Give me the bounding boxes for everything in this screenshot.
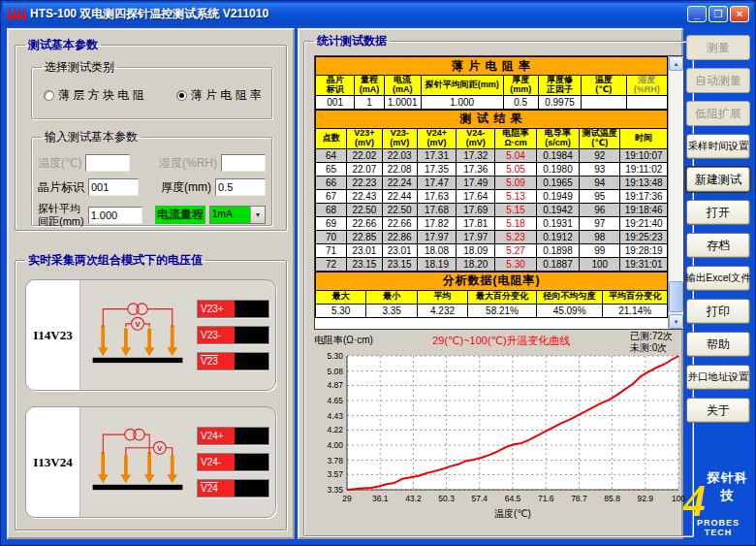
table-row[interactable]: 7123.0123.0118.0818.095.270.18989919:28:… (316, 243, 668, 257)
table-cell: 23.15 (347, 257, 382, 271)
voltage-display-v24m: V24- (197, 453, 269, 471)
table-row[interactable]: 6422.0222.0317.3117.325.040.19849219:10:… (316, 148, 668, 162)
table-cell: 22.85 (347, 230, 382, 243)
window-title: HTS-100 双电测四探针温控测试系统 V211010 (30, 6, 683, 22)
table-row[interactable]: 6622.2322.2417.4717.495.090.19659419:13:… (316, 176, 668, 189)
table-cell: 22.66 (347, 216, 382, 230)
svg-text:36.1: 36.1 (372, 494, 389, 503)
column-header: V24- (mV) (457, 128, 495, 148)
table-row[interactable]: 7022.8522.8617.9717.975.230.19129819:25:… (316, 230, 668, 243)
measure-button[interactable]: 测量 (686, 35, 750, 60)
table-row[interactable]: 00111.00011.0000.50.9975 (316, 95, 668, 109)
help-button[interactable]: 帮助 (686, 332, 750, 357)
table-cell: 69 (316, 216, 347, 230)
scrollbar-thumb[interactable] (669, 281, 683, 312)
column-header: 量程 (mA) (355, 76, 384, 96)
table-cell: 17.49 (457, 176, 495, 189)
auto-measure-button[interactable]: 自动测量 (686, 68, 750, 93)
group-title: 测试基本参数 (25, 37, 101, 53)
table-cell: 23.01 (347, 243, 382, 257)
client-area: 测试基本参数 选择测试类别 薄 层 方 块 电 阻 薄 片 电 阻 率 (3, 25, 753, 543)
table-cell: 17.68 (417, 203, 456, 216)
low-resistance-extension-button[interactable]: 低阻扩展 (686, 101, 750, 126)
four-probes-icon (7, 7, 26, 22)
chart-y-axis-label: 电阻率(Ω·cm) (314, 334, 373, 347)
table-cell: 17.31 (417, 148, 456, 162)
svg-text:92.9: 92.9 (638, 494, 654, 503)
thickness-input[interactable] (215, 178, 266, 196)
export-excel-button[interactable]: 输出Excel文件 (686, 266, 750, 291)
chevron-down-icon[interactable]: ▼ (250, 207, 265, 223)
sample-bar (93, 357, 183, 362)
voltage-value-display (235, 454, 268, 470)
minimize-button[interactable]: _ (687, 6, 707, 22)
maximize-button[interactable]: ❐ (709, 6, 728, 22)
table-cell: 68 (316, 203, 347, 216)
column-header: 电流 (mA) (384, 76, 421, 96)
table-cell: 1.0001 (384, 95, 421, 109)
radio-icon (44, 90, 54, 101)
about-button[interactable]: 关于 (686, 398, 750, 423)
voltage-displays: V24+ V24- V24 (195, 407, 275, 517)
voltage-label: V23+ (198, 301, 235, 317)
table-cell: 17.82 (417, 216, 456, 230)
save-button[interactable]: 存档 (686, 233, 750, 258)
table-scrollbar[interactable]: ▲ ▼ (668, 56, 683, 329)
wafer-id-input[interactable] (88, 178, 139, 196)
table-cell: 17.63 (417, 189, 456, 203)
probe-spacing-input[interactable] (88, 207, 142, 224)
voltage-panel-i14v23: I14V23 (25, 279, 276, 391)
table-row[interactable]: 7223.1523.1518.1918.205.300.188710019:31… (316, 257, 668, 271)
radio-sheet-resistivity[interactable]: 薄 片 电 阻 率 (176, 87, 262, 104)
radio-icon (176, 90, 187, 101)
temperature-input[interactable] (85, 154, 130, 172)
new-test-button[interactable]: 新建测试 (686, 167, 750, 192)
section-title: 分析数据(电阻率) (316, 272, 668, 290)
table-cell: 17.97 (417, 230, 456, 243)
print-button[interactable]: 打印 (686, 299, 750, 324)
table-cell: 19:17:36 (620, 189, 668, 203)
unmeasured-count: 未测:0次 (630, 342, 667, 353)
table-cell: 5.04 (495, 148, 536, 162)
svg-text:64.5: 64.5 (505, 494, 521, 503)
column-header: 点数 (316, 128, 347, 148)
table-cell: 92 (580, 148, 620, 162)
voltage-display-v24p: V24+ (197, 427, 269, 445)
table-row[interactable]: 6722.4322.4417.6317.645.130.19499519:17:… (316, 189, 668, 203)
section-title: 测 试 结 果 (316, 110, 668, 128)
table-cell: 17.97 (457, 230, 495, 243)
svg-text:71.6: 71.6 (538, 494, 554, 503)
open-button[interactable]: 打开 (686, 200, 750, 225)
scroll-up-icon[interactable]: ▲ (669, 56, 683, 71)
current-range-dropdown[interactable]: 1mA ▼ (209, 206, 266, 224)
table-cell: 70 (316, 230, 347, 243)
table-cell: 72 (316, 257, 347, 271)
table-cell: 64 (316, 148, 347, 162)
sampling-time-settings-button[interactable]: 采样时间设置 (686, 134, 750, 159)
svg-text:4.87: 4.87 (327, 380, 343, 390)
scroll-down-icon[interactable]: ▼ (669, 314, 683, 329)
table-cell: 5.15 (495, 203, 536, 216)
parallel-port-address-button[interactable]: 并口地址设置 (686, 365, 750, 390)
wafer-id-label: 晶片标识 (38, 179, 84, 196)
radio-sheet-square-resistance[interactable]: 薄 层 方 块 电 阻 (44, 87, 144, 104)
table-cell: 1.000 (421, 95, 503, 109)
sheet-resistivity-table: 薄 片 电 阻 率 晶片 标识量程 (mA)电流 (mA)探针平均间距(mm)厚… (315, 56, 668, 110)
table-cell: 19:13:48 (620, 176, 668, 189)
table-row[interactable]: 6522.0722.0817.3517.365.050.19809319:11:… (316, 162, 668, 176)
close-button[interactable]: ✕ (730, 6, 749, 22)
table-row[interactable]: 6822.5022.5017.6817.695.150.19429619:18:… (316, 203, 668, 216)
form-row: 探针平均 间距(mm) 电流量程 1mA ▼ (38, 203, 266, 227)
table-cell: 0.5 (503, 95, 538, 109)
humidity-input[interactable] (221, 154, 266, 172)
svg-text:温度(℃): 温度(℃) (494, 508, 531, 519)
group-title: 实时采集两次组合模式下的电压值 (25, 252, 205, 269)
svg-text:5.30: 5.30 (327, 351, 343, 361)
mode-label: I14V23 (26, 280, 80, 390)
svg-text:5.08: 5.08 (327, 367, 343, 376)
table-row[interactable]: 6922.6622.6617.8217.815.180.19319719:21:… (316, 216, 668, 230)
table-cell: 22.43 (347, 189, 382, 203)
table-cell: 22.24 (382, 176, 417, 189)
svg-text:4.22: 4.22 (327, 425, 343, 434)
voltmeter-label: V (157, 443, 163, 452)
